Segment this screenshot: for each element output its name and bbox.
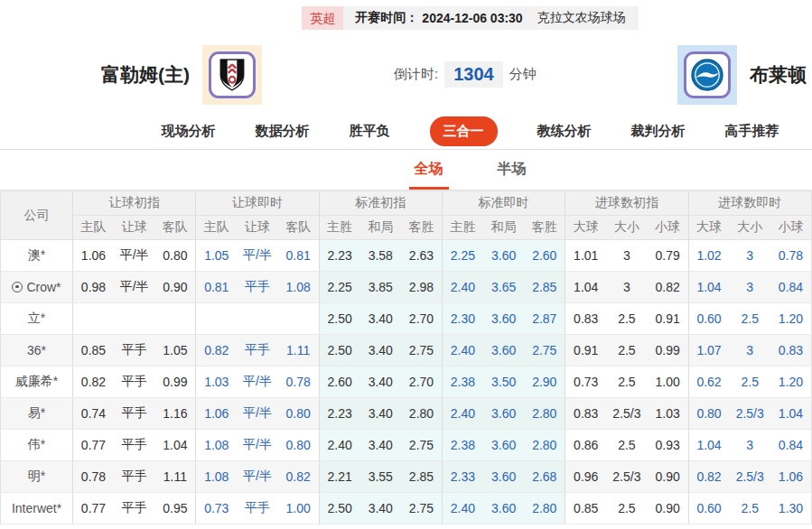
subcol-header-cell: 小球 [648,216,688,240]
company-cell: 威廉希* [1,367,73,398]
league-badge: 英超 [302,6,343,30]
company-label: Crow* [12,280,61,294]
subcol-header-cell: 主胜 [442,216,482,240]
odds-cell: 2.5 [606,335,647,367]
match-header: 富勒姆(主) 倒计时: 1304 分钟 [0,36,812,113]
odds-cell: 2.85 [524,272,565,303]
odds-cell: 1.06 [73,240,114,272]
odds-cell: 2.60 [524,240,565,272]
odds-cell: 0.99 [154,367,195,398]
odds-cell: 2.50 [319,303,359,335]
odds-cell: 1.04 [688,272,729,303]
odds-cell: 0.62 [688,367,729,398]
odds-cell: 0.81 [278,240,319,272]
odds-cell: 平/半 [114,272,154,303]
odds-cell: 平手 [114,493,154,524]
odds-cell: 1.08 [278,272,319,303]
period-tab[interactable]: 半场 [492,151,532,190]
company-name: 明* [28,469,45,485]
odds-cell: 0.86 [565,430,606,461]
countdown-label: 倒计时: [394,66,438,83]
odds-cell: 3 [730,335,770,367]
subcol-header-cell: 和局 [360,216,401,240]
nav-tab[interactable]: 现场分析 [162,123,216,140]
period-tab[interactable]: 全场 [409,151,449,190]
nav-tabs: 现场分析数据分析胜平负三合一教练分析裁判分析高手推荐 [162,116,779,146]
odds-cell: 1.02 [688,240,729,272]
home-team-block: 富勒姆(主) [101,36,262,113]
odds-cell: 0.73 [565,367,606,398]
odds-cell: 2.5/3 [606,398,647,430]
company-label: 澳* [28,247,45,264]
odds-cell: 1.11 [154,461,195,493]
odds-cell: 3.60 [483,461,524,493]
odds-cell: 1.11 [278,335,319,367]
odds-cell: 0.82 [688,461,729,493]
odds-cell: 0.83 [565,303,606,335]
venue-name: 克拉文农场球场 [537,10,626,26]
odds-cell: 3.40 [360,398,401,430]
nav-tab[interactable]: 裁判分析 [631,123,686,140]
odds-cell: 3.40 [360,430,401,461]
odds-cell: 0.83 [770,335,812,367]
kickoff-time-label: 开赛时间： [355,10,418,26]
company-name: 易* [28,405,45,422]
company-name: 威廉希* [15,374,58,390]
odds-cell: 0.80 [688,398,729,430]
fulham-crest-icon [209,51,256,98]
odds-cell: 2.23 [319,240,359,272]
odds-cell: 平/半 [237,461,277,493]
odds-cell: 0.85 [565,493,606,524]
top-info-bar-wrap: 英超 开赛时间： 2024-12-06 03:30 克拉文农场球场 [0,0,812,36]
kickoff-time-value: 2024-12-06 03:30 [422,11,522,25]
company-name: 伟* [28,437,45,453]
odds-cell: 2.5 [730,303,770,335]
odds-table: 公司让球初指让球即时标准初指标准即时进球数初指进球数即时主队让球客队主队让球客队… [0,190,812,524]
odds-cell: 0.60 [688,303,729,335]
subcol-header-cell: 主队 [196,216,237,240]
odds-cell: 3 [606,272,647,303]
odds-cell: 0.96 [565,461,606,493]
odds-cell: 3.60 [483,335,524,367]
nav-tab[interactable]: 三合一 [430,116,498,146]
odds-cell: 1.08 [196,461,237,493]
odds-cell: 1.04 [565,272,606,303]
header-row-groups: 公司让球初指让球即时标准初指标准即时进球数初指进球数即时 [1,191,812,216]
group-header-cell: 让球初指 [73,191,196,216]
odds-cell: 0.84 [770,430,812,461]
odds-cell [73,303,114,335]
company-label: 易* [28,405,45,422]
company-cell: 伟* [1,430,73,461]
company-name: Interwet* [12,501,61,515]
company-label: 威廉希* [15,374,58,390]
away-team-block: 布莱顿 [677,36,807,113]
odds-cell: 1.06 [196,398,237,430]
odds-cell: 平手 [114,367,154,398]
table-row: Crow*0.98平/半0.900.81平手1.082.253.852.982.… [1,272,812,303]
odds-cell: 3.85 [360,272,401,303]
company-label: Interwet* [12,501,61,515]
odds-cell: 平手 [114,430,154,461]
odds-cell: 2.5 [730,493,770,524]
odds-cell: 平手 [114,461,154,493]
company-cell: Interwet* [1,493,73,524]
odds-cell: 2.40 [442,272,482,303]
subcol-header-cell: 客队 [154,216,195,240]
table-row: 澳*1.06平/半0.801.05平/半0.812.233.582.632.25… [1,240,812,272]
odds-cell: 2.50 [319,493,359,524]
odds-cell: 3.60 [483,398,524,430]
nav-tab[interactable]: 高手推荐 [725,123,779,140]
nav-tab[interactable]: 胜平负 [350,123,390,140]
odds-cell: 1.20 [770,367,812,398]
odds-cell: 0.98 [73,272,114,303]
odds-cell [114,303,154,335]
odds-cell: 1.01 [565,240,606,272]
subcol-header-cell: 主队 [73,216,114,240]
odds-cell: 2.40 [442,335,482,367]
odds-cell: 2.80 [524,430,565,461]
nav-tab[interactable]: 教练分析 [537,123,592,140]
subcol-header-cell: 大小 [730,216,770,240]
odds-cell: 2.50 [319,335,359,367]
nav-tab[interactable]: 数据分析 [256,123,310,140]
odds-cell: 2.63 [401,240,442,272]
